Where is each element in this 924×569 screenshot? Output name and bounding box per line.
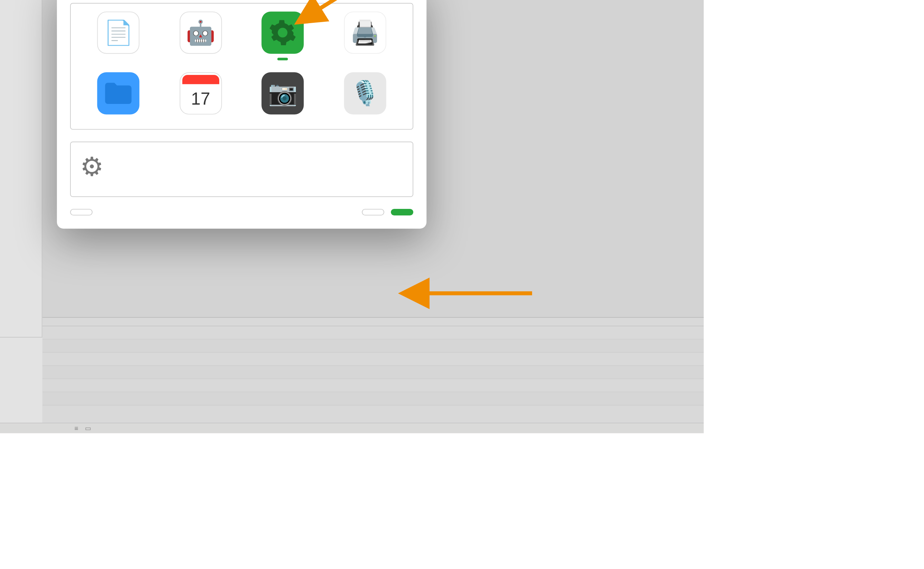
gear-icon (262, 11, 304, 53)
gear-icon: ⚙︎ (80, 152, 104, 182)
application-icon: 🤖 (180, 11, 222, 53)
choose-button[interactable] (391, 209, 413, 216)
type-calendar-alarm[interactable]: 17 (160, 71, 242, 122)
type-workflow[interactable]: 📄 (78, 11, 160, 62)
microphone-icon: 🎙️ (344, 72, 386, 114)
calendar-icon: 17 (180, 72, 222, 114)
type-dictation-command[interactable]: 🎙️ (324, 71, 406, 122)
image-capture-icon: 📷 (262, 72, 304, 114)
new-document-dialog: 📄 🤖 🖨️ (57, 0, 426, 228)
type-application[interactable]: 🤖 (160, 11, 242, 62)
folder-icon (97, 72, 140, 114)
document-type-grid: 📄 🤖 🖨️ (70, 3, 413, 130)
type-print-plugin[interactable]: 🖨️ (324, 11, 406, 62)
type-info-box: ⚙︎ (70, 141, 413, 197)
type-quick-action[interactable] (242, 11, 324, 62)
printer-icon: 🖨️ (344, 11, 386, 53)
open-existing-button[interactable] (70, 209, 93, 216)
type-image-capture-plugin[interactable]: 📷 (242, 71, 324, 122)
close-button[interactable] (362, 209, 384, 216)
workflow-icon: 📄 (97, 11, 140, 53)
type-folder-action[interactable] (78, 71, 160, 122)
